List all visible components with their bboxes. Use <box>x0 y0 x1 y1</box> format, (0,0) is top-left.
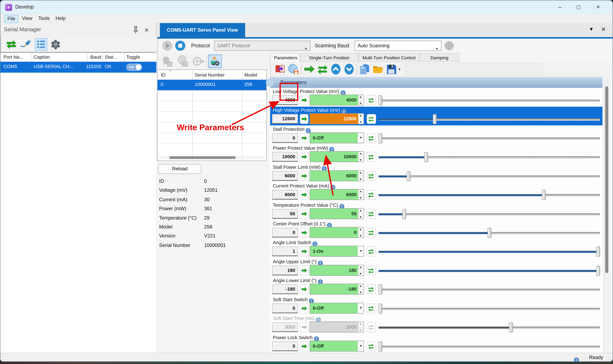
column-header-1[interactable]: Caption <box>34 53 50 61</box>
close-button[interactable]: × <box>589 0 607 14</box>
slider-handle[interactable] <box>433 114 437 124</box>
menu-item-tools[interactable]: Tools <box>36 15 53 22</box>
scrollbar-thumb[interactable] <box>605 86 608 273</box>
sync-value-button[interactable] <box>367 95 376 105</box>
spin-buttons[interactable]: ▲▼ <box>358 190 364 200</box>
slider-handle[interactable] <box>378 341 382 351</box>
horizontal-scrollbar[interactable] <box>158 156 266 159</box>
param-row-power-lock-switch[interactable]: Power Lock Switch i00-Off▼ <box>270 334 602 352</box>
spin-buttons[interactable]: ▲▼ <box>358 265 364 275</box>
apply-value-button[interactable] <box>300 228 308 237</box>
device-row[interactable]: 010000001258 <box>158 80 266 90</box>
resize-grip[interactable]: .:: <box>607 356 611 361</box>
device-column-serial-number[interactable]: Serial Number <box>195 71 225 79</box>
tab-close-icon[interactable]: × <box>601 25 605 34</box>
apply-value-button[interactable] <box>300 114 308 124</box>
dropdown-cell[interactable]: ▼ <box>358 246 364 256</box>
param-row-soft-start-switch[interactable]: Soft Start Switch i00-Off▼ <box>270 296 602 315</box>
slider-handle[interactable] <box>542 190 546 200</box>
servo-settings-icon[interactable] <box>208 55 222 68</box>
param-row-power-protect-value-mw-[interactable]: Power Protect Value (mW) i1000010000▲▼ <box>270 145 602 163</box>
connect-plug-icon[interactable] <box>20 38 32 51</box>
column-header-4[interactable]: Toggle <box>126 53 140 61</box>
param-slider[interactable] <box>378 228 600 238</box>
sync-value-button[interactable] <box>367 266 376 275</box>
sync-value-button[interactable] <box>367 114 376 124</box>
open-folder-icon[interactable] <box>372 63 384 75</box>
apply-value-button[interactable] <box>300 247 308 256</box>
slider-handle[interactable] <box>378 133 382 143</box>
tab-single-turn-position-control[interactable]: Single-Turn Position Control <box>300 53 359 62</box>
param-target-spinner[interactable]: 180▲▼ <box>310 265 364 276</box>
save-icon[interactable] <box>386 63 397 75</box>
apply-value-button[interactable] <box>300 171 308 181</box>
apply-value-button[interactable] <box>300 266 308 275</box>
param-row-angle-lower-limit-[interactable]: Angle Lower Limit (°) i-180-180▲▼ <box>270 277 602 296</box>
param-target-spinner[interactable]: 10000▲▼ <box>310 151 364 162</box>
slider-handle[interactable] <box>378 95 382 105</box>
copy-icon[interactable] <box>359 63 371 75</box>
slider-handle[interactable] <box>596 247 600 257</box>
spin-buttons[interactable]: ▲▼ <box>358 114 364 124</box>
param-slider[interactable] <box>378 190 600 200</box>
apply-arrow-icon[interactable] <box>303 63 315 75</box>
param-target-spinner[interactable]: 6000▲▼ <box>310 170 364 181</box>
column-header-3[interactable]: Stat... <box>105 53 117 61</box>
slider-handle[interactable] <box>407 171 411 181</box>
column-header-2[interactable]: Baud <box>75 53 101 61</box>
dropdown-cell[interactable]: ▼ <box>358 133 364 143</box>
param-row-current-protect-value-ma-[interactable]: Current Protect Value (mA) i60006000▲▼ <box>270 182 602 201</box>
param-slider[interactable] <box>378 133 600 143</box>
param-target-spinner[interactable]: 6000▲▼ <box>310 189 364 200</box>
settings-gear-icon[interactable] <box>49 38 61 51</box>
close-panel-icon[interactable]: × <box>142 26 151 35</box>
param-row-high-voltage-protect-value-mv-[interactable]: High Voltage Protect Value (mV) i1260012… <box>270 107 602 126</box>
dropdown-cell[interactable]: ▼ <box>358 303 364 313</box>
port-list-icon[interactable] <box>35 38 47 51</box>
sync-value-button[interactable] <box>367 303 376 313</box>
scrollbar-thumb[interactable] <box>169 156 236 159</box>
pin-icon[interactable] <box>131 26 140 35</box>
sync-icon[interactable] <box>317 63 328 75</box>
sync-value-button[interactable] <box>367 341 376 351</box>
slider-handle[interactable] <box>596 266 600 276</box>
spin-buttons[interactable]: ▲▼ <box>358 171 364 181</box>
apply-value-button[interactable] <box>300 341 308 351</box>
device-column-model[interactable]: Model <box>244 71 257 79</box>
reload-button[interactable]: Reload <box>158 164 201 174</box>
refresh-icon[interactable] <box>5 38 18 51</box>
param-slider[interactable] <box>378 95 600 105</box>
param-slider[interactable] <box>378 303 600 314</box>
param-slider[interactable] <box>378 209 600 219</box>
param-target-spinner[interactable]: -180▲▼ <box>310 284 364 295</box>
sync-value-button[interactable] <box>367 133 376 143</box>
param-target-spinner[interactable]: 0▲▼ <box>310 227 364 238</box>
param-row-low-voltage-protect-value-mv-[interactable]: Low Voltage Protect Value (mV) i40004000… <box>270 88 602 107</box>
sync-value-button[interactable] <box>367 285 376 294</box>
slider-handle[interactable] <box>378 285 382 295</box>
param-slider[interactable] <box>378 266 600 276</box>
menu-item-view[interactable]: View <box>19 15 35 22</box>
port-toggle[interactable]: ON <box>126 64 142 71</box>
save-dropdown-caret-icon[interactable]: ▼ <box>398 68 401 71</box>
slider-handle[interactable] <box>487 228 491 238</box>
param-row-angle-upper-limit-[interactable]: Angle Upper Limit (°) i180180▲▼ <box>270 258 602 277</box>
tab-com5-uart-servo-panel-view[interactable]: COM5-UART Servo Panel View <box>160 23 245 37</box>
collapse-chevron-icon[interactable]: ⌃ <box>266 78 274 87</box>
tag-save-icon[interactable] <box>160 55 173 68</box>
apply-value-button[interactable] <box>300 285 308 294</box>
sync-value-button[interactable] <box>367 152 376 162</box>
spin-buttons[interactable]: ▲▼ <box>358 284 364 294</box>
menu-item-file[interactable]: File <box>4 15 18 23</box>
maximize-button[interactable]: ▢ <box>570 0 587 14</box>
menu-item-help[interactable]: Help <box>53 15 68 22</box>
slider-handle[interactable] <box>424 152 428 162</box>
param-slider[interactable] <box>378 341 600 351</box>
apply-value-button[interactable] <box>300 190 308 200</box>
stop-scan-button[interactable] <box>175 40 186 51</box>
spin-buttons[interactable]: ▲▼ <box>358 95 364 105</box>
sync-value-button[interactable] <box>367 171 376 181</box>
minimize-button[interactable]: – <box>551 0 569 14</box>
move-down-icon[interactable] <box>343 63 355 75</box>
column-header-0[interactable]: Port Na... <box>3 53 23 61</box>
